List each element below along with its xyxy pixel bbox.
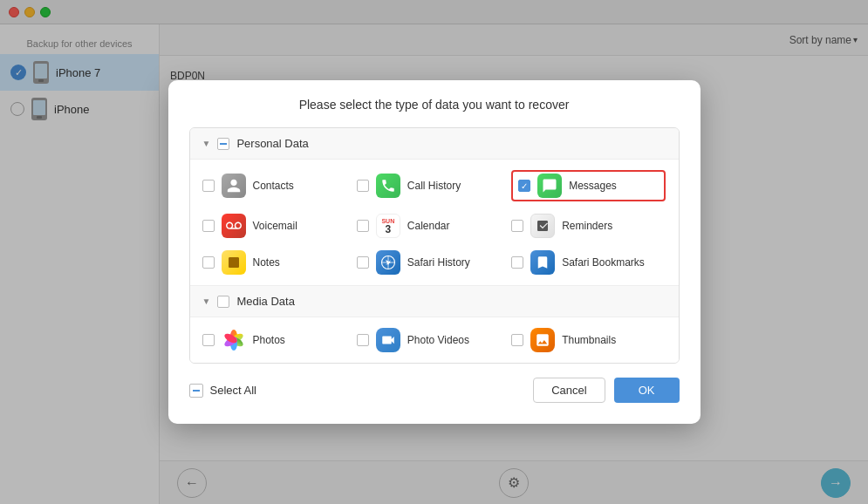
reminders-item: Reminders	[511, 214, 666, 238]
calendar-item: SUN 3 Calendar	[357, 214, 511, 238]
messages-label: Messages	[569, 180, 617, 192]
call-history-item: Call History	[357, 170, 511, 201]
thumbnails-icon	[530, 328, 555, 352]
photos-item: Photos	[202, 328, 357, 352]
reminders-checkbox[interactable]	[511, 220, 523, 232]
personal-data-collapse-icon[interactable]: ▼	[202, 139, 211, 148]
messages-checkbox[interactable]	[518, 180, 530, 192]
modal-overlay: Please select the type of data you want …	[0, 0, 868, 504]
photo-videos-item: Photo Videos	[357, 328, 511, 352]
notes-icon	[222, 250, 246, 275]
photo-videos-icon	[376, 328, 400, 352]
calendar-icon: SUN 3	[376, 214, 400, 238]
photo-videos-checkbox[interactable]	[357, 334, 369, 346]
media-data-collapse-icon[interactable]: ▼	[202, 296, 211, 306]
personal-data-section-header: ▼ Personal Data	[190, 128, 679, 160]
notes-checkbox[interactable]	[202, 256, 215, 269]
safari-bookmarks-item: Safari Bookmarks	[511, 250, 666, 275]
safari-history-item: Safari History	[357, 250, 511, 275]
contacts-item: Contacts	[202, 170, 357, 201]
contacts-checkbox[interactable]	[202, 180, 215, 192]
call-history-checkbox[interactable]	[357, 180, 369, 192]
modal-footer: Select All Cancel OK	[189, 378, 680, 403]
safari-bookmarks-checkbox[interactable]	[511, 256, 523, 269]
voicemail-item: Voicemail	[202, 214, 357, 238]
voicemail-label: Voicemail	[253, 220, 297, 232]
select-all-label: Select All	[210, 384, 256, 397]
select-all-checkbox[interactable]	[189, 384, 203, 398]
notes-item: Notes	[202, 250, 357, 275]
contacts-label: Contacts	[253, 180, 294, 192]
data-selection-modal: Please select the type of data you want …	[168, 80, 701, 424]
voicemail-checkbox[interactable]	[202, 220, 215, 232]
photos-icon	[222, 328, 246, 352]
ok-button[interactable]: OK	[614, 378, 680, 403]
footer-buttons: Cancel OK	[533, 378, 679, 403]
media-data-section-header: ▼ Media Data	[190, 285, 679, 317]
safari-history-checkbox[interactable]	[357, 256, 369, 269]
personal-data-section-label: Personal Data	[236, 137, 308, 150]
safari-history-icon	[376, 250, 400, 275]
cancel-button[interactable]: Cancel	[533, 378, 605, 403]
media-data-items-grid: Photos Photo Videos	[190, 317, 679, 363]
thumbnails-checkbox[interactable]	[511, 334, 523, 346]
call-history-icon	[376, 174, 400, 198]
photos-checkbox[interactable]	[202, 334, 215, 346]
reminders-label: Reminders	[562, 220, 612, 232]
safari-bookmarks-icon	[530, 250, 555, 275]
calendar-checkbox[interactable]	[357, 220, 369, 232]
notes-label: Notes	[253, 256, 280, 269]
messages-item: Messages	[511, 170, 666, 201]
reminders-icon	[530, 214, 555, 238]
photo-videos-label: Photo Videos	[407, 334, 469, 346]
data-selection-box: ▼ Personal Data Contacts	[189, 127, 680, 364]
safari-history-label: Safari History	[407, 256, 470, 269]
voicemail-icon	[222, 214, 246, 238]
calendar-label: Calendar	[407, 220, 450, 232]
media-data-section-checkbox[interactable]	[217, 296, 229, 308]
media-data-section-label: Media Data	[236, 295, 294, 308]
app-window: Backup for other devices ✓ iPhone 7 iPho…	[0, 0, 868, 504]
thumbnails-label: Thumbnails	[562, 334, 616, 346]
modal-title: Please select the type of data you want …	[189, 98, 680, 112]
safari-bookmarks-label: Safari Bookmarks	[562, 256, 645, 269]
call-history-label: Call History	[407, 180, 461, 192]
contacts-icon	[222, 174, 246, 198]
personal-data-items-grid: Contacts Call History	[190, 160, 679, 285]
personal-data-section-checkbox[interactable]	[217, 138, 229, 150]
messages-icon	[537, 174, 562, 198]
thumbnails-item: Thumbnails	[511, 328, 666, 352]
photos-label: Photos	[253, 334, 285, 346]
